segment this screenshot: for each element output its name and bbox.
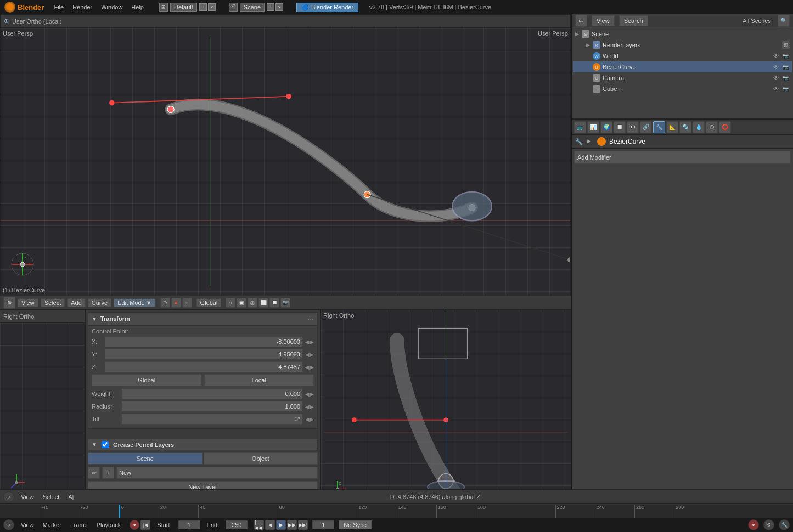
local-btn[interactable]: Local (204, 374, 314, 386)
gp-checkbox[interactable] (102, 441, 109, 448)
playback-end-value[interactable]: 250 (226, 520, 248, 529)
world-render[interactable]: 📷 (782, 52, 790, 60)
play-prev-btn[interactable]: ◀ (265, 520, 275, 530)
tree-item-renderlayers[interactable]: ▶ R RenderLayers 🖼 (573, 39, 792, 50)
add-menu-btn[interactable]: Add (67, 298, 86, 307)
radius-input[interactable] (121, 401, 303, 412)
grease-pencil-header[interactable]: ▼ Grease Pencil Layers (88, 439, 318, 450)
viewport-icon5[interactable]: 🔲 (269, 298, 279, 308)
menu-help[interactable]: Help (127, 2, 148, 12)
playback-start-value[interactable]: 1 (178, 520, 200, 529)
props-icon-2[interactable]: 🌍 (600, 121, 612, 133)
weight-input[interactable] (121, 388, 303, 399)
bottom-marker-btn[interactable]: Marker (41, 520, 64, 529)
props-icon-4[interactable]: ⚙ (627, 121, 639, 133)
workspace-close-btn[interactable]: × (208, 3, 216, 11)
select-menu-btn[interactable]: Select (41, 298, 65, 307)
bottom-view-btn[interactable]: View (19, 520, 36, 529)
global-btn[interactable]: Global (92, 374, 202, 386)
props-icon-5[interactable]: 🔗 (640, 121, 652, 133)
props-icon-1[interactable]: 📊 (587, 121, 599, 133)
outliner-icon[interactable]: 🗂 (575, 15, 587, 27)
props-icon-3[interactable]: 🔲 (614, 121, 626, 133)
viewport-left-canvas[interactable] (0, 323, 85, 505)
transform-y-input[interactable] (105, 349, 303, 360)
playback-prev-frame[interactable]: |◀ (140, 520, 150, 530)
transform-options[interactable]: ··· (307, 314, 314, 323)
bezier-visibility[interactable]: 👁 (772, 63, 780, 71)
bottom-extra-btn[interactable]: 🔧 (779, 519, 790, 530)
outliner-search-icon[interactable]: 🔍 (778, 15, 790, 27)
world-visibility[interactable]: 👁 (772, 52, 780, 60)
cube-visibility[interactable]: 👁 (772, 85, 780, 93)
workspace-plus-btn[interactable]: + (199, 3, 207, 11)
tree-item-cube[interactable]: □ Cube ··· 👁 📷 (573, 83, 792, 94)
timeline-ruler[interactable]: -40 -20 0 20 40 80 120 140 160 180 220 2… (0, 504, 793, 518)
curve-menu-btn[interactable]: Curve (88, 298, 111, 307)
cube-render[interactable]: 📷 (782, 85, 790, 93)
view-menu-btn[interactable]: View (18, 298, 38, 307)
global-btn[interactable]: Global (196, 298, 222, 307)
viewport-icon3[interactable]: ◎ (248, 298, 257, 308)
editmode-btn[interactable]: Edit Mode ▼ (114, 298, 155, 307)
play-btn[interactable]: ▶ (276, 520, 286, 530)
viewport-icon-btn[interactable]: ⊕ (3, 297, 15, 309)
viewport-icon6[interactable]: 📷 (280, 298, 290, 308)
viewport-top-canvas[interactable]: User Persp (1, 28, 570, 296)
viewport-icon2[interactable]: ▣ (237, 298, 246, 308)
viewport-top[interactable]: ⊕ User Ortho (Local) User Persp (0, 14, 571, 296)
viewport-icon1[interactable]: ○ (226, 298, 235, 308)
outliner-search-btn[interactable]: Search (619, 15, 648, 26)
props-icon-10[interactable]: ⬡ (706, 121, 718, 133)
camera-render[interactable]: 📷 (782, 74, 790, 82)
menu-file[interactable]: File (49, 2, 68, 12)
status-select-btn[interactable]: Select (41, 493, 62, 501)
play-jump-end-btn[interactable]: ▶▶| (298, 520, 308, 530)
workspace-name[interactable]: Default (170, 3, 197, 12)
proportional-btn[interactable]: ⊙ (160, 298, 170, 308)
render-engine-btn[interactable]: 🔵 Blender Render (296, 3, 358, 12)
snap-btn[interactable]: 🔺 (171, 298, 181, 308)
tree-item-scene[interactable]: ▶ S Scene (573, 29, 792, 39)
tree-item-bezier[interactable]: B BezierCurve 👁 📷 (573, 61, 792, 72)
transform-z-input[interactable] (105, 361, 303, 372)
bottom-record-btn[interactable]: ● (748, 519, 759, 530)
menu-window[interactable]: Window (97, 2, 127, 12)
bottom-settings-btn[interactable]: ⚙ (763, 519, 774, 530)
tree-item-world[interactable]: W World 👁 📷 (573, 50, 792, 61)
bezier-render[interactable]: 📷 (782, 63, 790, 71)
scene-name[interactable]: Scene (240, 3, 265, 12)
app-logo[interactable]: Blender (4, 2, 44, 13)
nosync-btn[interactable]: No Sync (339, 520, 372, 529)
outliner-view-btn[interactable]: View (592, 15, 615, 26)
record-btn[interactable]: ● (130, 520, 139, 530)
bottom-icon-anim[interactable]: ○ (3, 519, 14, 530)
add-modifier-btn[interactable]: Add Modifier (574, 151, 791, 164)
gp-scene-tab[interactable]: Scene (88, 452, 203, 465)
playback-current-value[interactable]: 1 (312, 520, 334, 529)
tree-item-camera[interactable]: C Camera 👁 📷 (573, 72, 792, 83)
props-icon-6[interactable]: 🔧 (653, 121, 665, 133)
gp-object-tab[interactable]: Object (204, 452, 318, 465)
tilt-input[interactable] (121, 414, 303, 425)
status-add-btn[interactable]: A| (66, 493, 76, 501)
statusbar-icon0[interactable]: ○ (3, 491, 14, 502)
mirror-btn[interactable]: ↔ (182, 298, 192, 308)
bottom-frame-btn[interactable]: Frame (68, 520, 90, 529)
gp-name-display[interactable]: New (116, 467, 318, 479)
play-jump-start-btn[interactable]: |◀◀ (254, 520, 264, 530)
props-icon-11[interactable]: ⭕ (719, 121, 731, 133)
scene-close-btn[interactable]: × (275, 3, 283, 11)
status-view-btn[interactable]: View (19, 493, 36, 501)
transform-x-input[interactable] (105, 336, 303, 347)
bottom-playback-btn[interactable]: Playback (94, 520, 123, 529)
play-next-btn[interactable]: ▶▶ (287, 520, 297, 530)
props-icon-8[interactable]: 🔩 (679, 121, 691, 133)
menu-render[interactable]: Render (68, 2, 97, 12)
gp-plus-icon[interactable]: + (102, 467, 114, 479)
props-icon-0[interactable]: 📺 (574, 121, 586, 133)
scene-plus-btn[interactable]: + (267, 3, 274, 11)
viewport-icon4[interactable]: ⬜ (258, 298, 268, 308)
viewport-right-canvas[interactable]: Right Ortho (321, 310, 571, 518)
timeline-playhead[interactable] (119, 505, 120, 518)
